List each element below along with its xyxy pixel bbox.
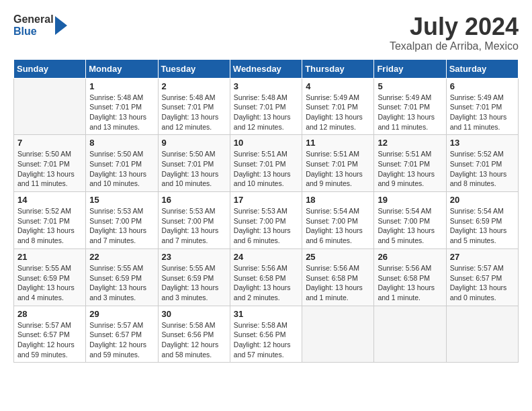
calendar-cell: 12Sunrise: 5:51 AM Sunset: 7:01 PM Dayli…	[374, 135, 446, 192]
day-number: 20	[450, 195, 515, 205]
day-detail: Sunrise: 5:51 AM Sunset: 7:01 PM Dayligh…	[378, 149, 442, 189]
day-detail: Sunrise: 5:51 AM Sunset: 7:01 PM Dayligh…	[234, 149, 298, 189]
calendar-cell: 16Sunrise: 5:53 AM Sunset: 7:00 PM Dayli…	[158, 192, 230, 249]
day-detail: Sunrise: 5:57 AM Sunset: 6:57 PM Dayligh…	[450, 263, 515, 303]
day-number: 18	[306, 195, 370, 205]
day-detail: Sunrise: 5:49 AM Sunset: 7:01 PM Dayligh…	[450, 93, 515, 132]
day-detail: Sunrise: 5:50 AM Sunset: 7:01 PM Dayligh…	[89, 149, 154, 189]
month-year-title: July 2024	[390, 13, 519, 40]
day-number: 29	[89, 309, 154, 319]
day-detail: Sunrise: 5:49 AM Sunset: 7:01 PM Dayligh…	[306, 93, 370, 132]
calendar-cell: 29Sunrise: 5:57 AM Sunset: 6:57 PM Dayli…	[86, 306, 158, 363]
day-number: 22	[89, 252, 154, 262]
calendar-cell: 4Sunrise: 5:49 AM Sunset: 7:01 PM Daylig…	[302, 78, 374, 135]
day-number: 4	[306, 81, 370, 91]
day-number: 26	[378, 252, 442, 262]
calendar-cell: 23Sunrise: 5:55 AM Sunset: 6:59 PM Dayli…	[158, 248, 230, 306]
calendar-header-row: Sunday Monday Tuesday Wednesday Thursday…	[14, 59, 519, 78]
day-number: 28	[17, 309, 82, 319]
day-detail: Sunrise: 5:58 AM Sunset: 6:56 PM Dayligh…	[234, 320, 298, 360]
calendar-cell	[14, 78, 86, 135]
day-detail: Sunrise: 5:54 AM Sunset: 7:00 PM Dayligh…	[306, 206, 370, 246]
day-detail: Sunrise: 5:55 AM Sunset: 6:59 PM Dayligh…	[162, 263, 226, 303]
calendar-cell: 17Sunrise: 5:53 AM Sunset: 7:00 PM Dayli…	[230, 192, 302, 249]
logo-container: General Blue	[13, 13, 70, 38]
day-number: 12	[378, 138, 442, 148]
day-number: 9	[162, 138, 226, 148]
day-number: 6	[450, 81, 515, 91]
title-block: July 2024 Texalpan de Arriba, Mexico	[390, 13, 519, 52]
day-number: 2	[162, 81, 226, 91]
logo-text-block: General Blue	[13, 13, 54, 38]
calendar-cell: 11Sunrise: 5:51 AM Sunset: 7:01 PM Dayli…	[302, 135, 374, 192]
calendar-cell: 31Sunrise: 5:58 AM Sunset: 6:56 PM Dayli…	[230, 306, 302, 363]
day-number: 27	[450, 252, 515, 262]
day-detail: Sunrise: 5:52 AM Sunset: 7:01 PM Dayligh…	[450, 149, 515, 189]
day-detail: Sunrise: 5:48 AM Sunset: 7:01 PM Dayligh…	[162, 93, 226, 132]
calendar-cell: 10Sunrise: 5:51 AM Sunset: 7:01 PM Dayli…	[230, 135, 302, 192]
col-saturday: Saturday	[446, 59, 518, 78]
day-number: 25	[306, 252, 370, 262]
calendar-week-row: 28Sunrise: 5:57 AM Sunset: 6:57 PM Dayli…	[14, 306, 519, 363]
day-detail: Sunrise: 5:56 AM Sunset: 6:58 PM Dayligh…	[306, 263, 370, 303]
day-detail: Sunrise: 5:54 AM Sunset: 7:00 PM Dayligh…	[378, 206, 442, 246]
day-number: 19	[378, 195, 442, 205]
day-number: 21	[17, 252, 82, 262]
calendar-cell: 7Sunrise: 5:50 AM Sunset: 7:01 PM Daylig…	[14, 135, 86, 192]
day-detail: Sunrise: 5:51 AM Sunset: 7:01 PM Dayligh…	[306, 149, 370, 189]
calendar-week-row: 14Sunrise: 5:52 AM Sunset: 7:01 PM Dayli…	[14, 192, 519, 249]
day-detail: Sunrise: 5:48 AM Sunset: 7:01 PM Dayligh…	[89, 93, 154, 132]
calendar-week-row: 21Sunrise: 5:55 AM Sunset: 6:59 PM Dayli…	[14, 248, 519, 306]
col-friday: Friday	[374, 59, 446, 78]
calendar-cell: 14Sunrise: 5:52 AM Sunset: 7:01 PM Dayli…	[14, 192, 86, 249]
day-detail: Sunrise: 5:53 AM Sunset: 7:00 PM Dayligh…	[234, 206, 298, 246]
svg-marker-0	[55, 16, 67, 35]
day-detail: Sunrise: 5:48 AM Sunset: 7:01 PM Dayligh…	[234, 93, 298, 132]
day-detail: Sunrise: 5:56 AM Sunset: 6:58 PM Dayligh…	[378, 263, 442, 303]
calendar-cell: 13Sunrise: 5:52 AM Sunset: 7:01 PM Dayli…	[446, 135, 518, 192]
day-number: 8	[89, 138, 154, 148]
day-detail: Sunrise: 5:50 AM Sunset: 7:01 PM Dayligh…	[162, 149, 226, 189]
calendar-cell: 24Sunrise: 5:56 AM Sunset: 6:58 PM Dayli…	[230, 248, 302, 306]
day-number: 24	[234, 252, 298, 262]
col-monday: Monday	[86, 59, 158, 78]
col-wednesday: Wednesday	[230, 59, 302, 78]
day-detail: Sunrise: 5:52 AM Sunset: 7:01 PM Dayligh…	[17, 206, 82, 246]
day-number: 3	[234, 81, 298, 91]
day-number: 14	[17, 195, 82, 205]
calendar-cell: 8Sunrise: 5:50 AM Sunset: 7:01 PM Daylig…	[86, 135, 158, 192]
calendar-cell: 9Sunrise: 5:50 AM Sunset: 7:01 PM Daylig…	[158, 135, 230, 192]
day-number: 15	[89, 195, 154, 205]
day-number: 10	[234, 138, 298, 148]
calendar-cell	[302, 306, 374, 363]
day-number: 31	[234, 309, 298, 319]
day-number: 7	[17, 138, 82, 148]
logo-blue-text: Blue	[13, 26, 37, 37]
calendar-cell	[446, 306, 518, 363]
day-number: 11	[306, 138, 370, 148]
day-detail: Sunrise: 5:54 AM Sunset: 6:59 PM Dayligh…	[450, 206, 515, 246]
day-number: 17	[234, 195, 298, 205]
calendar-week-row: 7Sunrise: 5:50 AM Sunset: 7:01 PM Daylig…	[14, 135, 519, 192]
logo: General Blue	[13, 13, 70, 38]
calendar-cell: 18Sunrise: 5:54 AM Sunset: 7:00 PM Dayli…	[302, 192, 374, 249]
calendar-cell: 2Sunrise: 5:48 AM Sunset: 7:01 PM Daylig…	[158, 78, 230, 135]
calendar-cell: 19Sunrise: 5:54 AM Sunset: 7:00 PM Dayli…	[374, 192, 446, 249]
day-number: 1	[89, 81, 154, 91]
calendar-cell: 28Sunrise: 5:57 AM Sunset: 6:57 PM Dayli…	[14, 306, 86, 363]
day-detail: Sunrise: 5:58 AM Sunset: 6:56 PM Dayligh…	[162, 320, 226, 360]
col-tuesday: Tuesday	[158, 59, 230, 78]
day-number: 16	[162, 195, 226, 205]
day-detail: Sunrise: 5:55 AM Sunset: 6:59 PM Dayligh…	[17, 263, 82, 303]
calendar-cell	[374, 306, 446, 363]
calendar-cell: 21Sunrise: 5:55 AM Sunset: 6:59 PM Dayli…	[14, 248, 86, 306]
day-detail: Sunrise: 5:57 AM Sunset: 6:57 PM Dayligh…	[89, 320, 154, 360]
calendar-body: 1Sunrise: 5:48 AM Sunset: 7:01 PM Daylig…	[14, 78, 519, 363]
day-number: 5	[378, 81, 442, 91]
page-header: General Blue July 2024 Texalpan de Arrib…	[13, 13, 519, 52]
col-sunday: Sunday	[14, 59, 86, 78]
calendar-table: Sunday Monday Tuesday Wednesday Thursday…	[13, 59, 519, 363]
calendar-cell: 27Sunrise: 5:57 AM Sunset: 6:57 PM Dayli…	[446, 248, 518, 306]
logo-arrow-icon	[55, 13, 70, 38]
calendar-cell: 25Sunrise: 5:56 AM Sunset: 6:58 PM Dayli…	[302, 248, 374, 306]
